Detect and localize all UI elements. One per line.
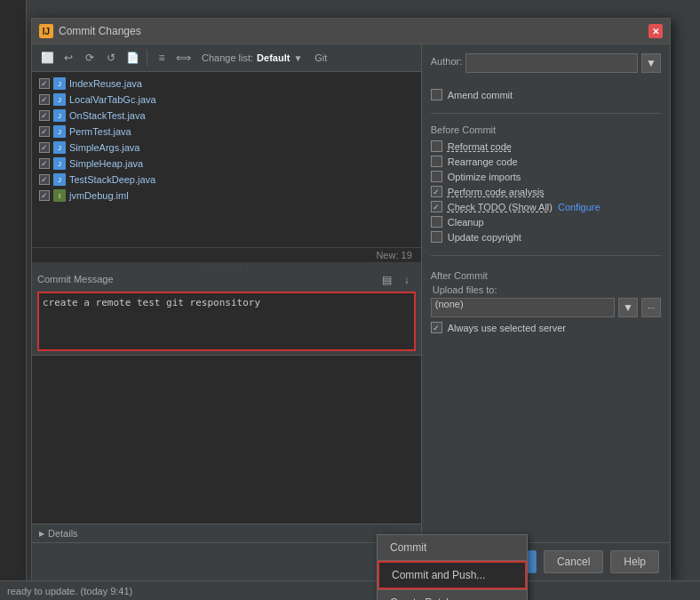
option-check-todo-checkbox[interactable] — [431, 201, 442, 212]
option-update-copyright[interactable]: Update copyright — [431, 229, 661, 244]
configure-link[interactable]: Configure — [558, 202, 601, 212]
dropdown-item-commit-push[interactable]: Commit and Push... — [378, 561, 527, 589]
list-item[interactable]: J TestStackDeep.java — [32, 172, 421, 188]
option-update-copyright-checkbox[interactable] — [431, 231, 442, 243]
commit-msg-action-btn-2[interactable]: ↓ — [398, 271, 416, 289]
close-button[interactable]: ✕ — [648, 24, 663, 38]
file-name-5: SimpleHeap.java — [69, 158, 143, 169]
list-item[interactable]: J IndexReuse.java — [32, 76, 421, 92]
toolbar-btn-3[interactable]: ⟳ — [80, 48, 99, 68]
option-reformat[interactable]: Reformat code — [431, 139, 661, 154]
list-item[interactable]: J SimpleHeap.java — [32, 156, 421, 172]
commit-message-area: Commit Message ▤ ↓ create a remote test … — [32, 268, 421, 356]
toolbar-btn-4[interactable]: ↺ — [101, 48, 121, 68]
file-name-4: SimpleArgs.java — [69, 142, 139, 153]
always-use-checkbox[interactable] — [431, 322, 442, 333]
before-commit-section: Before Commit Reformat code Rearrange co… — [431, 124, 661, 244]
toolbar-btn-1[interactable]: ⬜ — [37, 48, 57, 68]
option-cleanup-checkbox[interactable] — [431, 216, 442, 228]
after-commit-section: After Commit Upload files to: (none) ▼ ·… — [431, 270, 661, 333]
option-reformat-label: Reformat code — [448, 141, 512, 152]
list-item[interactable]: I jvmDebug.iml — [32, 188, 421, 204]
file-icon-7: I — [53, 189, 66, 202]
option-rearrange-checkbox[interactable] — [431, 156, 442, 167]
file-icon-0: J — [53, 77, 66, 90]
commit-message-expanded — [32, 356, 421, 524]
file-name-7: jvmDebug.iml — [69, 190, 129, 201]
option-cleanup[interactable]: Cleanup — [431, 214, 661, 229]
cancel-button[interactable]: Cancel — [544, 550, 603, 573]
option-update-copyright-label: Update copyright — [448, 232, 521, 243]
list-item[interactable]: J OnStackTest.java — [32, 108, 421, 124]
option-code-analysis-checkbox[interactable] — [431, 186, 442, 197]
commit-msg-header: Commit Message ▤ ↓ — [37, 271, 416, 289]
always-use-label: Always use selected server — [448, 323, 566, 333]
file-name-6: TestStackDeep.java — [69, 174, 155, 185]
commit-changes-dialog: IJ Commit Changes ✕ ⬜ ↩ ⟳ ↺ 📄 ≡ ⟺ Change… — [31, 18, 671, 581]
changelist-arrow[interactable]: ▼ — [293, 53, 302, 63]
upload-select[interactable]: (none) — [431, 298, 615, 317]
file-checkbox-5[interactable] — [39, 158, 50, 169]
dialog-app-icon: IJ — [39, 24, 53, 38]
toolbar-btn-6[interactable]: ≡ — [152, 48, 171, 68]
author-row: Author: ▼ — [431, 53, 661, 73]
toolbar-btn-2[interactable]: ↩ — [59, 48, 78, 68]
changelist-area: Change list: Default ▼ — [202, 52, 302, 63]
after-commit-label: After Commit — [431, 270, 661, 281]
dropdown-item-create-patch[interactable]: Create Patch... — [378, 590, 527, 600]
file-checkbox-4[interactable] — [39, 142, 50, 153]
file-icon-1: J — [53, 93, 66, 106]
details-bar[interactable]: ▶ Details · · · · — [32, 524, 421, 542]
file-checkbox-7[interactable] — [39, 190, 50, 201]
file-checkbox-6[interactable] — [39, 174, 50, 185]
commit-message-input[interactable]: create a remote test git responsitory — [39, 293, 414, 347]
list-item[interactable]: J LocalVarTabGc.java — [32, 92, 421, 108]
file-name-2: OnStackTest.java — [69, 110, 146, 121]
file-icon-3: J — [53, 125, 66, 138]
always-use-row[interactable]: Always use selected server — [431, 322, 661, 333]
author-input[interactable] — [465, 53, 638, 73]
option-check-todo[interactable]: Check TODO (Show All) Configure — [431, 199, 661, 214]
details-arrow-icon: ▶ — [39, 530, 44, 538]
dropdown-item-commit[interactable]: Commit — [378, 535, 527, 560]
file-checkbox-1[interactable] — [39, 94, 50, 105]
option-optimize-label: Optimize imports — [448, 172, 521, 182]
file-checkbox-2[interactable] — [39, 110, 50, 121]
upload-dropdown-btn[interactable]: ▼ — [618, 298, 638, 317]
file-checkbox-0[interactable] — [39, 78, 50, 89]
file-icon-2: J — [53, 109, 66, 122]
changelist-value: Default — [257, 52, 290, 63]
toolbar-btn-5[interactable]: 📄 — [123, 48, 142, 68]
author-dropdown-btn[interactable]: ▼ — [641, 53, 661, 73]
file-checkbox-3[interactable] — [39, 126, 50, 137]
new-count: New: 19 — [32, 247, 421, 262]
before-commit-label: Before Commit — [431, 124, 661, 135]
toolbar: ⬜ ↩ ⟳ ↺ 📄 ≡ ⟺ Change list: Default ▼ Git — [32, 44, 421, 72]
option-code-analysis-label: Perform code analysis — [448, 187, 545, 197]
amend-commit-option[interactable]: Amend commit — [431, 87, 661, 102]
commit-textarea-wrapper: create a remote test git responsitory — [37, 292, 416, 351]
option-check-todo-label: Check TODO (Show All) — [448, 202, 553, 212]
file-name-0: IndexReuse.java — [69, 78, 142, 89]
option-code-analysis[interactable]: Perform code analysis — [431, 184, 661, 199]
dialog-content: ⬜ ↩ ⟳ ↺ 📄 ≡ ⟺ Change list: Default ▼ Git — [32, 44, 670, 542]
help-button[interactable]: Help — [610, 550, 659, 573]
dialog-footer: Commit ▼ Cancel Help — [32, 542, 670, 580]
file-icon-4: J — [53, 141, 66, 154]
dialog-titlebar: IJ Commit Changes ✕ — [32, 19, 670, 44]
option-optimize-checkbox[interactable] — [431, 171, 442, 182]
upload-files-label: Upload files to: — [431, 284, 661, 295]
toolbar-btn-7[interactable]: ⟺ — [173, 48, 193, 68]
upload-more-btn[interactable]: ··· — [641, 298, 661, 317]
file-icon-5: J — [53, 157, 66, 170]
commit-msg-action-btn-1[interactable]: ▤ — [378, 271, 396, 289]
option-reformat-checkbox[interactable] — [431, 140, 442, 152]
amend-commit-checkbox[interactable] — [431, 89, 442, 100]
option-optimize[interactable]: Optimize imports — [431, 169, 661, 184]
status-bar: ready to update. (today 9:41) — [0, 580, 700, 600]
option-rearrange[interactable]: Rearrange code — [431, 154, 661, 169]
list-item[interactable]: J PermTest.java — [32, 124, 421, 140]
status-text: ready to update. (today 9:41) — [7, 586, 132, 596]
list-item[interactable]: J SimpleArgs.java — [32, 140, 421, 156]
section-divider-2 — [431, 255, 661, 256]
